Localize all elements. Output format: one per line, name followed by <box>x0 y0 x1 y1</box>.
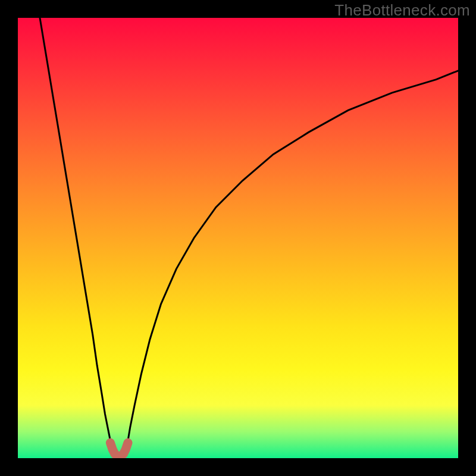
valley-marker <box>110 443 128 456</box>
plot-area <box>18 18 458 458</box>
curve-right-branch <box>126 71 458 449</box>
curve-left-branch <box>40 18 112 449</box>
watermark-text: TheBottleneck.com <box>334 1 470 20</box>
plot-svg <box>18 18 458 458</box>
chart-frame: TheBottleneck.com <box>0 0 476 476</box>
